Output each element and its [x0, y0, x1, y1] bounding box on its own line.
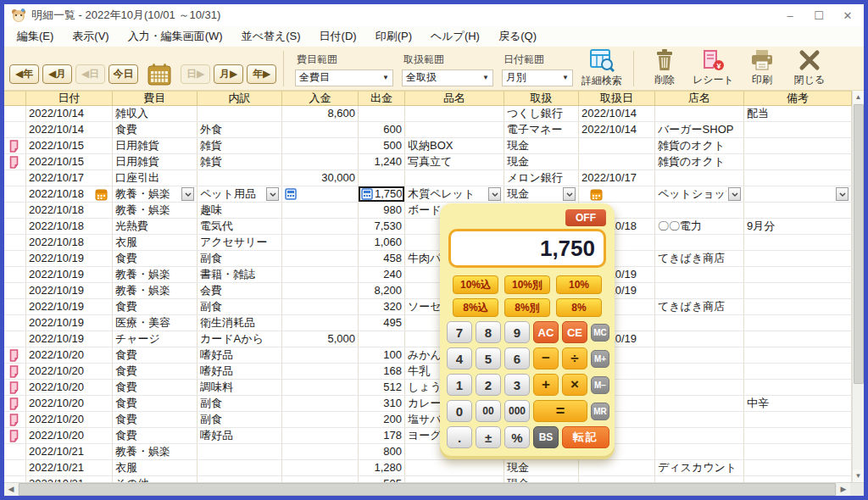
cell-note[interactable]: 9月分: [744, 219, 852, 234]
key-2[interactable]: 2: [476, 374, 501, 396]
table-row[interactable]: 2022/10/20食費嗜好品168牛乳: [4, 364, 852, 380]
cell-expense[interactable]: 600: [359, 122, 405, 137]
cell-date[interactable]: 2022/10/18: [26, 203, 113, 218]
table-row[interactable]: 2022/10/18教養・娯楽ペット用品1,750木質ペレット現金ペットショップ: [4, 186, 852, 203]
scroll-down-arrow[interactable]: ▼: [853, 469, 865, 482]
table-row[interactable]: 2022/10/19教養・娯楽書籍・雑誌2402022/10/19: [4, 267, 852, 283]
cell-date[interactable]: 2022/10/19: [26, 331, 113, 347]
cell-date[interactable]: 2022/10/14: [26, 106, 113, 121]
cell-account[interactable]: つくし銀行: [504, 106, 579, 121]
cell-store[interactable]: [655, 203, 744, 218]
menu-view[interactable]: 表示(V): [63, 27, 118, 46]
cell-income[interactable]: [282, 380, 359, 395]
key-percent[interactable]: %: [504, 426, 530, 448]
cell-income[interactable]: [282, 283, 359, 298]
cell-subcategory[interactable]: 副食: [198, 251, 282, 266]
table-row[interactable]: 2022/10/20食費嗜好品100みかん: [4, 347, 852, 364]
menu-help[interactable]: ヘルプ(H): [421, 27, 489, 46]
cell-date[interactable]: 2022/10/19: [26, 267, 113, 282]
dropdown-button[interactable]: [836, 187, 849, 201]
cell-date[interactable]: 2022/10/20: [26, 380, 113, 395]
cell-item[interactable]: 収納BOX: [405, 138, 504, 153]
nav-next-year[interactable]: 年▶: [247, 64, 276, 84]
cell-subcategory[interactable]: 嗜好品: [198, 428, 282, 443]
cell-item[interactable]: [405, 170, 504, 186]
cell-category[interactable]: 雑収入: [113, 106, 198, 121]
column-header-note[interactable]: 備考: [744, 92, 852, 105]
dropdown-button[interactable]: [563, 187, 576, 201]
cell-subcategory[interactable]: 副食: [198, 299, 282, 314]
dropdown-button[interactable]: [488, 187, 501, 201]
cell-expense[interactable]: 1,060: [359, 235, 405, 250]
key-1[interactable]: 1: [447, 374, 472, 396]
cell-income[interactable]: [282, 476, 359, 482]
cell-expense[interactable]: 500: [359, 138, 405, 153]
cell-note[interactable]: [744, 331, 852, 347]
calendar-icon[interactable]: [95, 188, 108, 201]
cell-expense[interactable]: [359, 331, 405, 347]
cell-subcategory[interactable]: 雑貨: [198, 154, 282, 169]
category-range-select[interactable]: 全費目 ▼: [295, 69, 393, 86]
horizontal-scroll-thumb[interactable]: [19, 483, 836, 496]
scroll-up-arrow[interactable]: ▲: [853, 91, 865, 103]
cell-expense[interactable]: 310: [359, 396, 405, 411]
scroll-left-arrow[interactable]: ◀: [4, 483, 18, 496]
close-window-button[interactable]: 閉じる: [790, 48, 829, 89]
key-10pct[interactable]: 10%: [556, 275, 602, 294]
cell-note[interactable]: [744, 364, 852, 379]
cell-income[interactable]: [282, 267, 359, 282]
cell-item[interactable]: [405, 122, 504, 137]
cell-expense[interactable]: 168: [359, 364, 405, 379]
cell-account[interactable]: メロン銀行: [504, 170, 579, 186]
key-000[interactable]: 000: [504, 400, 530, 422]
cell-item[interactable]: 写真立て: [405, 154, 504, 169]
key-ce[interactable]: CE: [562, 321, 587, 343]
key-plus[interactable]: +: [533, 374, 559, 396]
column-header-date[interactable]: 日付: [26, 92, 113, 105]
cell-note[interactable]: [744, 203, 852, 218]
cell-income[interactable]: [282, 364, 359, 379]
delete-button[interactable]: 削除: [645, 48, 684, 89]
cell-date[interactable]: 2022/10/19: [26, 315, 113, 331]
cell-note[interactable]: [744, 138, 852, 153]
key-minus[interactable]: −: [533, 347, 559, 369]
cell-income[interactable]: [282, 235, 359, 250]
cell-category[interactable]: 食費: [113, 251, 198, 266]
key-8pct-incl[interactable]: 8%込: [453, 298, 498, 317]
cell-store[interactable]: 〇〇電力: [655, 219, 744, 234]
table-row[interactable]: 2022/10/15日用雑貨雑貨1,240写真立て現金雑貨のオクト: [4, 154, 852, 170]
cell-income[interactable]: [282, 203, 359, 218]
table-row[interactable]: 2022/10/19医療・美容衛生消耗品495: [4, 315, 852, 331]
cell-subcategory[interactable]: カードAから: [198, 331, 282, 347]
cell-date[interactable]: 2022/10/20: [26, 347, 113, 363]
cell-store[interactable]: [655, 364, 744, 379]
cell-account[interactable]: 現金: [504, 476, 579, 482]
cell-expense[interactable]: 7,530: [359, 219, 405, 234]
cell-item[interactable]: [405, 460, 504, 475]
column-header-account[interactable]: 取扱: [504, 92, 579, 105]
cell-category[interactable]: 教養・娯楽: [113, 444, 198, 459]
column-header-subcategory[interactable]: 内訳: [198, 92, 282, 105]
cell-subcategory[interactable]: 趣味: [198, 203, 282, 218]
cell-income[interactable]: [282, 347, 359, 363]
vertical-scrollbar[interactable]: ▲ ▼: [852, 91, 864, 482]
key-5[interactable]: 5: [476, 347, 501, 369]
cell-subcategory[interactable]: 衛生消耗品: [198, 315, 282, 331]
cell-note[interactable]: [744, 347, 852, 363]
cell-date[interactable]: 2022/10/20: [26, 428, 113, 443]
cell-store[interactable]: [655, 283, 744, 298]
cell-category[interactable]: 光熱費: [113, 219, 198, 234]
cell-expense[interactable]: 458: [359, 251, 405, 266]
cell-note[interactable]: [744, 299, 852, 314]
key-divide[interactable]: ÷: [562, 347, 587, 369]
cell-subcategory[interactable]: 副食: [198, 412, 282, 427]
cell-category[interactable]: 医療・美容: [113, 315, 198, 331]
table-row[interactable]: 2022/10/18衣服アクセサリー1,060: [4, 235, 852, 251]
menu-edit[interactable]: 編集(E): [8, 27, 63, 46]
cell-subcategory[interactable]: 調味料: [198, 380, 282, 395]
cell-note[interactable]: [744, 315, 852, 331]
cell-expense[interactable]: 980: [359, 203, 405, 218]
nav-today[interactable]: 今日: [108, 64, 138, 84]
cell-expense[interactable]: 495: [359, 315, 405, 331]
cell-income[interactable]: [282, 154, 359, 169]
